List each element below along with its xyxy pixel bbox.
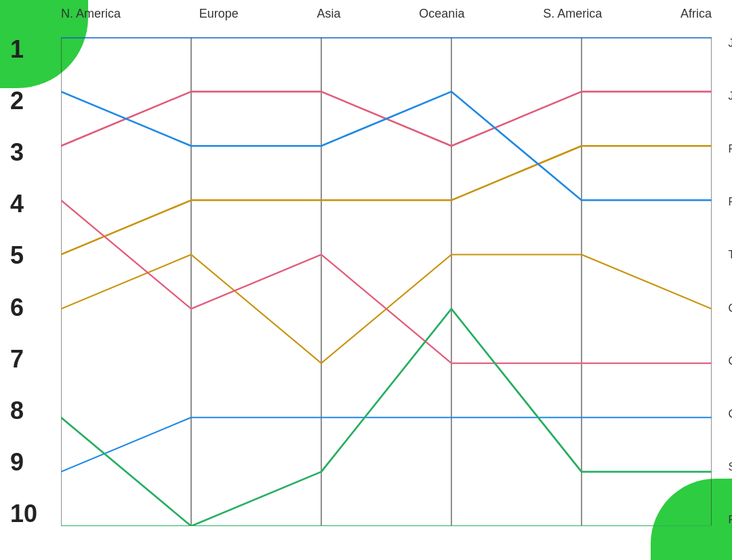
legend-label-c#: C# <box>728 302 732 315</box>
legend-label-typescript: TypeScript <box>728 249 732 261</box>
x-label-3: Oceania <box>419 7 464 21</box>
y-label-6: 7 <box>10 347 37 372</box>
x-label-0: N. America <box>61 7 121 21</box>
y-label-8: 9 <box>10 450 37 475</box>
y-label-9: 10 <box>10 502 37 526</box>
legend-label-ruby: Ruby <box>728 514 732 526</box>
x-axis-labels: N. AmericaEuropeAsiaOceaniaS. AmericaAfr… <box>61 7 712 21</box>
legend-label-shell: Shell <box>728 461 732 473</box>
x-label-1: Europe <box>199 7 239 21</box>
x-label-5: Africa <box>680 7 712 21</box>
chart-container: N. AmericaEuropeAsiaOceaniaS. AmericaAfr… <box>61 37 712 526</box>
legend-label-java: Java <box>728 90 732 102</box>
y-label-5: 6 <box>10 296 37 320</box>
legend-label-c: C <box>728 408 732 420</box>
y-label-3: 4 <box>10 192 37 216</box>
legend-label-python: Python <box>728 196 732 208</box>
legend-labels: JavaScriptJavaPHPPythonTypeScriptC#C++CS… <box>728 37 732 526</box>
x-label-4: S. America <box>543 7 602 21</box>
y-label-2: 3 <box>10 140 37 165</box>
chart-svg <box>61 37 712 526</box>
y-label-1: 2 <box>10 89 37 113</box>
y-label-7: 8 <box>10 399 37 423</box>
y-label-0: 1 <box>10 37 37 62</box>
legend-label-c++: C++ <box>728 355 732 367</box>
x-label-2: Asia <box>317 7 341 21</box>
legend-label-php: PHP <box>728 143 732 155</box>
legend-label-javascript: JavaScript <box>728 37 732 49</box>
y-axis-labels: 12345678910 <box>10 37 37 526</box>
y-label-4: 5 <box>10 243 37 268</box>
